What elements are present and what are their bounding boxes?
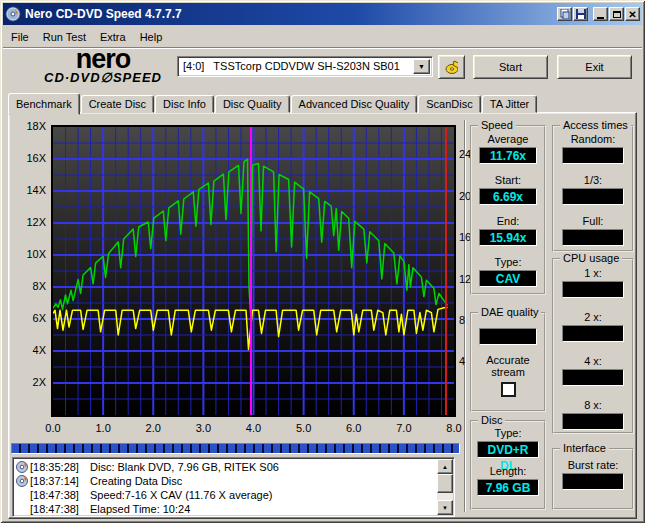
copy-icon: [560, 9, 570, 19]
scroll-down-button[interactable]: ▼: [437, 500, 453, 515]
full-access-label: Full:: [554, 215, 632, 227]
cpu-8x-display: [562, 413, 624, 430]
cpu-4x-display: [562, 369, 624, 386]
accurate-stream-label-line1: Accurate: [472, 354, 544, 366]
drive-select[interactable]: [4:0] TSSTcorp CDDVDW SH-S203N SB01 ▼: [177, 56, 433, 77]
full-access-display: [562, 229, 624, 246]
close-icon: ✕: [628, 10, 636, 19]
tab-disc-quality[interactable]: Disc Quality: [215, 95, 290, 113]
log-entry: [18:47:38]Elapsed Time: 10:24: [14, 502, 454, 516]
log-entry: [18:35:28]Disc: Blank DVD, 7.96 GB, RITE…: [14, 460, 454, 474]
cpu-1x-display: [562, 281, 624, 298]
y-left-tick-label: 4X: [14, 344, 46, 356]
log-timestamp: [18:47:38]: [30, 489, 90, 501]
log-text: Creating Data Disc: [90, 475, 182, 487]
random-access-label: Random:: [554, 133, 632, 145]
menu-file[interactable]: File: [4, 29, 36, 45]
disc-type-display: DVD+R DL: [477, 441, 539, 458]
scroll-up-button[interactable]: ▲: [437, 459, 453, 474]
disc-icon: [14, 461, 30, 473]
one-third-access-label: 1/3:: [554, 174, 632, 186]
cpu-usage-panel-title: CPU usage: [560, 252, 622, 264]
end-speed-display: 15.94x: [479, 229, 537, 246]
one-third-access-display: [562, 188, 624, 205]
x-tick-label: 1.0: [89, 422, 117, 434]
speed-type-label: Type:: [472, 256, 544, 268]
burst-rate-display: [562, 473, 624, 490]
disc-icon: [14, 475, 30, 487]
accurate-stream-label-line2: stream: [472, 366, 544, 378]
disc-length-display: 7.96 GB: [477, 479, 539, 496]
start-button[interactable]: Start: [473, 55, 548, 79]
menu-extra[interactable]: Extra: [93, 29, 133, 45]
scroll-down-icon: ▼: [442, 505, 448, 511]
cpu-2x-label: 2 x:: [554, 311, 632, 323]
maximize-button[interactable]: [609, 7, 624, 21]
benchmark-chart-canvas: [53, 127, 454, 415]
start-speed-label: Start:: [472, 174, 544, 186]
nero-logo-word: nero: [22, 47, 184, 71]
exit-button[interactable]: Exit: [557, 55, 632, 79]
disc-panel: Disc Type: DVD+R DL Length: 7.96 GB: [470, 420, 546, 510]
close-button[interactable]: ✕: [625, 7, 640, 21]
interface-panel: Interface Burst rate:: [552, 448, 634, 510]
y-left-tick-label: 2X: [14, 376, 46, 388]
log-list: [18:35:28]Disc: Blank DVD, 7.96 GB, RITE…: [13, 458, 454, 516]
x-tick-label: 6.0: [340, 422, 368, 434]
disc-panel-title: Disc: [478, 414, 505, 426]
speed-panel: Speed Average 11.76x Start: 6.69x End: 1…: [470, 125, 546, 295]
tab-advanced-disc-quality[interactable]: Advanced Disc Quality: [291, 95, 418, 113]
average-speed-display: 11.76x: [479, 147, 537, 164]
y-left-tick-label: 10X: [14, 248, 46, 260]
burst-rate-label: Burst rate:: [554, 459, 632, 471]
tab-benchmark[interactable]: Benchmark: [8, 93, 80, 115]
cpu-usage-panel: CPU usage 1 x: 2 x: 4 x: 8 x:: [552, 258, 634, 434]
scroll-up-icon: ▲: [442, 464, 448, 470]
cpu-1x-label: 1 x:: [554, 267, 632, 279]
accurate-stream-checkbox[interactable]: [501, 382, 516, 397]
app-icon: [5, 6, 21, 22]
tab-scandisc[interactable]: ScanDisc: [418, 95, 480, 113]
change-disc-button[interactable]: [438, 55, 465, 79]
scroll-thumb[interactable]: [437, 474, 453, 493]
cpu-4x-label: 4 x:: [554, 355, 632, 367]
log-text: Elapsed Time: 10:24: [90, 503, 190, 515]
titlebar[interactable]: Nero CD-DVD Speed 4.7.7.7 ✕: [3, 3, 642, 25]
interface-panel-title: Interface: [560, 442, 609, 454]
log-scrollbar[interactable]: ▲ ▼: [437, 459, 453, 515]
minimize-button[interactable]: [593, 7, 608, 21]
disc-length-label: Length:: [472, 465, 544, 477]
app-window: Nero CD-DVD Speed 4.7.7.7 ✕ FileRun Test…: [0, 0, 645, 523]
average-speed-label: Average: [472, 133, 544, 145]
log-timestamp: [18:37:14]: [30, 475, 90, 487]
log-text: Speed:7-16 X CAV (11.76 X average): [90, 489, 272, 501]
y-left-tick-label: 14X: [14, 184, 46, 196]
dae-quality-panel-title: DAE quality: [478, 306, 541, 318]
tab-strip: BenchmarkCreate DiscDisc InfoDisc Qualit…: [8, 92, 538, 113]
log-entry: [18:47:38]Speed:7-16 X CAV (11.76 X aver…: [14, 488, 454, 502]
speed-type-display: CAV: [479, 270, 537, 287]
x-tick-label: 8.0: [440, 422, 468, 434]
menu-run-test[interactable]: Run Test: [36, 29, 93, 45]
change-disc-icon: [445, 59, 458, 75]
tab-ta-jitter[interactable]: TA Jitter: [482, 95, 538, 113]
nero-logo: nero CD·DVD∅SPEED: [22, 47, 184, 85]
benchmark-chart: [51, 125, 456, 417]
save-icon: [576, 9, 586, 19]
save-button[interactable]: [573, 7, 588, 21]
speed-panel-title: Speed: [478, 119, 516, 131]
menu-help[interactable]: Help: [133, 29, 170, 45]
tab-disc-info[interactable]: Disc Info: [155, 95, 214, 113]
log-timestamp: [18:35:28]: [30, 461, 90, 473]
dae-quality-display: [479, 328, 537, 345]
window-title: Nero CD-DVD Speed 4.7.7.7: [25, 7, 556, 21]
y-left-tick-label: 12X: [14, 216, 46, 228]
x-tick-label: 4.0: [240, 422, 268, 434]
minimize-icon: [597, 17, 604, 19]
drive-select-value: [4:0] TSSTcorp CDDVDW SH-S203N SB01: [183, 60, 400, 72]
copy-report-button[interactable]: [557, 7, 572, 21]
drive-select-arrow-button[interactable]: ▼: [413, 59, 430, 74]
x-tick-label: 2.0: [139, 422, 167, 434]
tab-create-disc[interactable]: Create Disc: [81, 95, 154, 113]
y-left-tick-label: 16X: [14, 152, 46, 164]
